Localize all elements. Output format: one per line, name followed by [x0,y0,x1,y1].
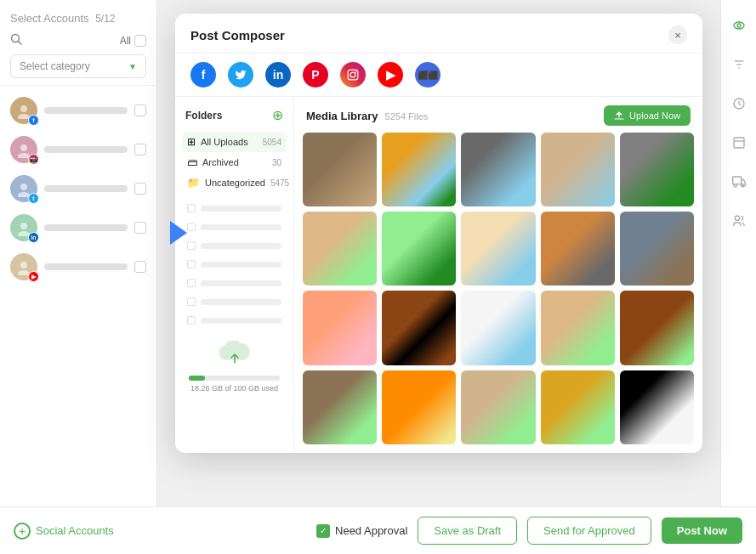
account-name [44,185,128,192]
media-count: 5254 Files [385,111,429,122]
media-thumbnail[interactable] [461,133,535,206]
account-checkbox[interactable] [134,144,146,155]
media-thumbnail[interactable] [541,212,615,285]
storage-bar-wrap [189,376,280,381]
media-thumbnail[interactable] [382,133,456,206]
account-name [44,107,128,114]
modal-overlay: Post Composer × f in P ▶ ⬛⬛ [157,0,720,506]
archive-icon: 🗃 [187,156,197,168]
modal-title: Post Composer [190,28,285,42]
avatar-wrap: f [10,97,37,124]
folder-item-all-uploads[interactable]: ⊞ All Uploads 5054 [182,132,287,152]
svg-point-14 [355,71,356,73]
account-checkbox[interactable] [134,183,146,195]
post-now-button[interactable]: Post Now [662,517,742,544]
media-thumbnail[interactable] [461,291,535,365]
truck-icon[interactable] [727,170,751,194]
social-accounts-button[interactable]: + Social Accounts [14,523,114,540]
close-button[interactable]: × [668,25,687,44]
avatar-wrap: ▶ [10,253,37,280]
tw-icon-btn[interactable] [228,62,253,88]
media-thumbnail[interactable] [382,291,456,365]
account-item[interactable]: ▶ [0,247,156,286]
post-composer-modal: Post Composer × f in P ▶ ⬛⬛ [175,14,702,453]
tw-badge: t [28,193,39,204]
yt-badge: ▶ [28,271,39,282]
svg-point-6 [20,184,27,190]
list-item [182,218,287,235]
media-thumbnail[interactable] [620,212,694,285]
fb-icon-btn[interactable]: f [190,62,216,88]
account-checkbox[interactable] [134,222,146,234]
eye-icon[interactable] [727,14,751,37]
left-panel: Select Accounts 5/12 All Select category… [0,0,157,554]
pi-icon-btn[interactable]: P [303,62,328,88]
account-item[interactable]: f [0,91,156,130]
svg-line-1 [19,42,22,45]
media-thumbnail[interactable] [541,133,615,206]
media-thumbnail[interactable] [620,133,694,206]
list-item [182,200,287,217]
folder-placeholder-list [182,200,287,329]
save-draft-button[interactable]: Save as Draft [418,517,517,545]
ig-icon-btn[interactable] [340,62,366,88]
users-icon[interactable] [727,209,751,233]
play-arrow-icon [170,221,187,245]
media-thumbnail[interactable] [303,133,377,206]
all-checkbox[interactable] [134,35,146,47]
svg-rect-12 [348,70,358,80]
account-item[interactable]: t [0,169,156,208]
storage-text: 18.26 GB of 100 GB used [189,384,280,393]
send-approved-button[interactable]: Send for Approved [527,517,651,545]
li-badge: in [28,232,39,243]
media-thumbnail[interactable] [541,370,615,444]
account-item[interactable]: in [0,208,156,247]
folder-item-archived[interactable]: 🗃 Archived 30 [182,152,287,172]
account-checkbox[interactable] [134,105,146,116]
dropdown-arrow-icon: ▼ [128,62,137,71]
folder-icon: 📁 [187,177,200,189]
upload-now-button[interactable]: Upload Now [604,105,691,126]
svg-point-16 [737,24,741,27]
list-item [182,274,287,291]
folder-panel: Folders ⊕ ⊞ All Uploads 5054 🗃 Archived … [175,97,294,453]
media-thumbnail[interactable] [620,291,694,365]
media-thumbnail[interactable] [461,212,535,285]
account-checkbox[interactable] [134,261,146,273]
account-name [44,263,128,270]
svg-point-13 [350,72,355,77]
folder-panel-header: Folders ⊕ [182,107,287,123]
svg-point-10 [20,262,27,269]
plus-circle-icon: + [14,523,31,540]
yt-icon-btn[interactable]: ▶ [378,62,403,88]
bottom-bar: + Social Accounts ✓ Need Approval Save a… [0,506,756,554]
folder-add-icon[interactable]: ⊕ [272,107,283,123]
media-thumbnail[interactable] [303,370,377,444]
media-thumbnail[interactable] [303,212,377,285]
media-thumbnail[interactable] [303,291,377,365]
list-item [182,237,287,254]
social-icons-bar: f in P ▶ ⬛⬛ [175,54,702,97]
svg-point-2 [20,105,27,112]
folder-item-uncategorized[interactable]: 📁 Uncategorized 5475 [182,172,287,193]
media-thumbnail[interactable] [382,212,456,285]
list-item [182,293,287,310]
all-checkbox-wrap[interactable]: All [120,35,146,47]
account-list: f 📷 t [0,86,156,554]
account-item[interactable]: 📷 [0,130,156,169]
media-thumbnail[interactable] [541,291,615,365]
filter-icon[interactable] [727,53,751,76]
fb-badge: f [28,115,39,126]
category-dropdown[interactable]: Select category ▼ [10,54,146,78]
clock-icon[interactable] [727,92,751,116]
need-approval-checkbox[interactable]: ✓ [316,524,330,538]
media-thumbnail[interactable] [382,370,456,444]
li-icon-btn[interactable]: in [265,62,291,88]
other-icon-btn[interactable]: ⬛⬛ [415,62,441,88]
search-icon[interactable] [10,33,22,48]
svg-point-8 [20,223,27,229]
list-item [182,312,287,329]
media-thumbnail[interactable] [620,370,694,444]
media-thumbnail[interactable] [461,370,535,444]
box-icon[interactable] [727,131,751,155]
